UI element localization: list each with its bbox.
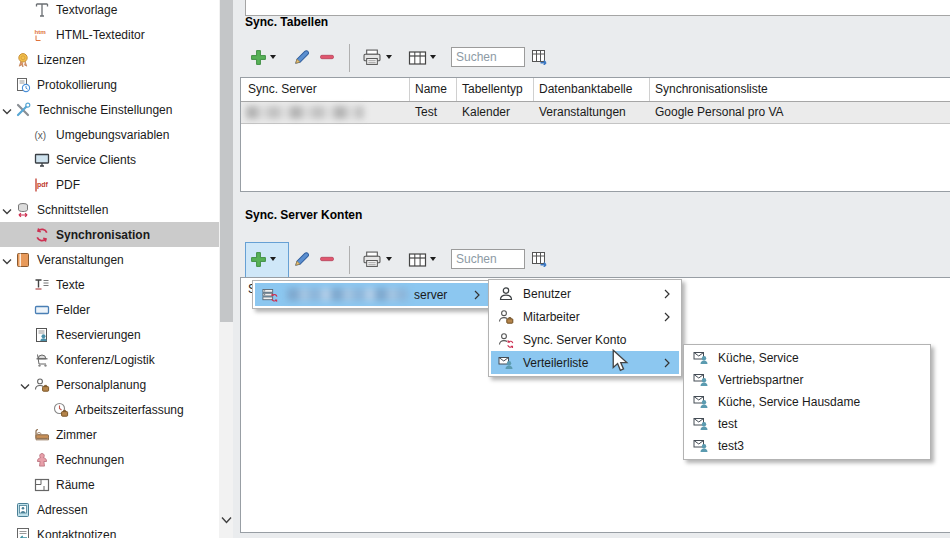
invoices-icon [33,451,50,468]
toolbar-separator [349,44,350,72]
menu-item-sync-server[interactable]: server [255,283,489,306]
sidebar-item-label: Personalplanung [56,378,146,392]
redacted-server-name [287,288,408,301]
sidebar-item-veranstaltungen[interactable]: Veranstaltungen [0,247,233,272]
menu-item-sync-server-konto[interactable]: Sync. Server Konto [491,328,679,351]
print-dropdown-caret-icon[interactable] [386,55,392,59]
sidebar-item-texte[interactable]: Texte [0,272,252,297]
sidebar-item-label: Lizenzen [37,53,85,67]
section-title-sync-server-konten: Sync. Server Konten [245,208,362,222]
sidebar-item-textvorlage[interactable]: Textvorlage [0,0,252,22]
sync-tabellen-toolbar [240,40,950,76]
print-button[interactable] [362,49,382,66]
sidebar-item-label: Zimmer [56,428,97,442]
table-cell: Google Personal pro VA [655,102,784,123]
chevron-right-icon [474,289,480,299]
chevron-down-icon[interactable] [2,105,13,114]
add-dropdown-caret-icon[interactable] [270,55,276,59]
sidebar-item-rechnungen[interactable]: Rechnungen [0,447,252,472]
chevron-down-icon[interactable] [20,380,31,389]
delete-button[interactable] [319,49,335,65]
sidebar-item-personalplanung[interactable]: Personalplanung [0,372,252,397]
distribution-list-icon [692,438,709,455]
sidebar-item-label: Umgebungsvariablen [56,128,169,142]
tools-icon [14,101,31,118]
sidebar-item-technische-einstellungen[interactable]: Technische Einstellungen [0,97,233,122]
menu-item-label: server [414,288,447,302]
menu-item-label: Mitarbeiter [523,310,580,324]
menu-item-verteilerliste[interactable]: Verteilerliste [491,351,679,374]
conference-cart-icon [33,351,50,368]
time-tracking-icon [52,401,69,418]
sidebar-item-label: Veranstaltungen [37,253,124,267]
menu-item-test3[interactable]: test3 [686,435,928,457]
table-view-caret-icon[interactable] [430,257,436,261]
sidebar-item-label: Kontaktnotizen [37,528,116,538]
table-view-button[interactable] [408,252,427,268]
sidebar-item-zimmer[interactable]: Zimmer [0,422,252,447]
reservations-icon [33,326,50,343]
table-cell: Test [415,102,437,123]
variables-icon: (x) [33,126,50,143]
sidebar-item-schnittstellen[interactable]: Schnittstellen [0,197,233,222]
table-cell: Veranstaltungen [539,102,626,123]
sidebar-item-pdf[interactable]: pdf PDF [0,172,252,197]
sidebar-item-label: Textvorlage [56,3,117,17]
scrollbar-thumb[interactable] [220,0,233,322]
sidebar-scrollbar[interactable] [219,0,234,538]
print-button[interactable] [362,251,382,268]
sidebar-item-konferenz-logistik[interactable]: Konferenz/Logistik [0,347,252,372]
sidebar-item-felder[interactable]: Felder [0,297,252,322]
sidebar-item-label: PDF [56,178,80,192]
sidebar-item-lizenzen[interactable]: Lizenzen [0,47,233,72]
menu-item-kueche-service[interactable]: Küche, Service [686,347,928,369]
column-header[interactable]: Tabellentyp [462,78,523,101]
chevron-down-icon[interactable] [2,255,13,264]
column-header[interactable]: Name [415,78,447,101]
menu-item-label: Vertriebspartner [718,373,803,387]
sidebar-item-protokollierung[interactable]: Protokollierung [0,72,233,97]
sync-icon [33,226,50,243]
sidebar-item-reservierungen[interactable]: Reservierungen [0,322,252,347]
sync-server-konten-toolbar [240,242,950,278]
sidebar-item-kontaktnotizen[interactable]: Kontaktnotizen [0,522,233,538]
sidebar-item-service-clients[interactable]: Service Clients [0,147,252,172]
search-input[interactable] [451,47,525,67]
bed-icon [33,426,50,443]
menu-item-kueche-service-hausdame[interactable]: Küche, Service Hausdame [686,391,928,413]
add-dropdown-menu: server [252,280,492,309]
chevron-right-icon [664,311,670,321]
table-row[interactable]: Test Kalender Veranstaltungen Google Per… [241,102,950,124]
menu-item-mitarbeiter[interactable]: Mitarbeiter [491,305,679,328]
contact-notes-icon [14,526,31,538]
sidebar-item-raeume[interactable]: Räume [0,472,252,497]
sidebar-item-label: Konferenz/Logistik [56,353,155,367]
edit-button[interactable] [293,48,311,66]
add-dropdown-caret-icon[interactable] [270,257,276,261]
add-button[interactable] [250,251,267,268]
menu-item-vertriebspartner[interactable]: Vertriebspartner [686,369,928,391]
edit-button[interactable] [293,250,311,268]
print-dropdown-caret-icon[interactable] [386,257,392,261]
sidebar-item-synchronisation[interactable]: Synchronisation [0,222,252,247]
sidebar-item-umgebungsvariablen[interactable]: (x) Umgebungsvariablen [0,122,252,147]
add-button[interactable] [250,49,267,66]
column-header[interactable]: Synchronisationsliste [655,78,768,101]
sidebar-item-adressen[interactable]: Adressen [0,497,233,522]
table-export-button[interactable] [531,251,550,267]
chevron-right-icon [664,288,670,298]
scroll-down-icon[interactable] [221,514,232,524]
sidebar-item-html-texteditor[interactable]: htm HTML-Texteditor [0,22,252,47]
search-input[interactable] [451,249,525,269]
menu-item-benutzer[interactable]: Benutzer [491,282,679,305]
delete-button[interactable] [319,251,335,267]
svg-text:pdf: pdf [37,180,49,188]
menu-item-test[interactable]: test [686,413,928,435]
table-view-caret-icon[interactable] [430,55,436,59]
table-view-button[interactable] [408,50,427,66]
sidebar-item-label: Räume [56,478,95,492]
column-header[interactable]: Datenbanktabelle [539,78,632,101]
table-export-button[interactable] [531,49,550,65]
column-header[interactable]: Sync. Server [248,78,317,101]
chevron-down-icon[interactable] [2,205,13,214]
